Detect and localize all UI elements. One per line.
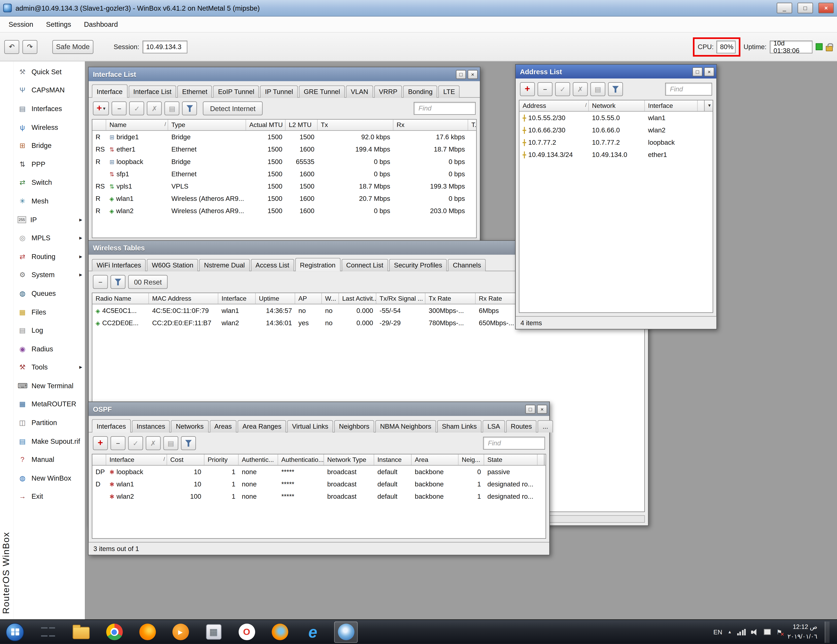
column-header[interactable]: Network [589, 100, 645, 111]
clock[interactable]: 12:12 ص ٢٠١٩/٠١/٠٦ [788, 623, 817, 641]
tab-lsa[interactable]: LSA [483, 420, 505, 432]
sidebar-item-wireless[interactable]: ψWireless [13, 118, 85, 136]
sidebar-item-partition[interactable]: ◫Partition [13, 413, 85, 432]
tab-virtual-links[interactable]: Virtual Links [287, 420, 333, 432]
column-header[interactable]: Interface [218, 293, 256, 304]
table-row[interactable]: R⊞loopbackBridge1500655350 bps0 bps [92, 155, 476, 168]
tab-w60g-station[interactable]: W60G Station [147, 259, 198, 271]
table-row[interactable]: RS⇅ether1Ethernet15001600199.4 Mbps18.7 … [92, 143, 476, 155]
column-header[interactable]: T... [468, 120, 477, 130]
sidebar-item-new-terminal[interactable]: ⌨New Terminal [13, 376, 85, 395]
network-signal-icon[interactable] [737, 629, 746, 635]
column-header[interactable]: W... [322, 293, 339, 304]
remove-button[interactable]: − [110, 436, 125, 450]
tab-ip-tunnel[interactable]: IP Tunnel [260, 85, 298, 98]
column-header[interactable]: Actual MTU [246, 120, 286, 130]
chrome-icon[interactable] [102, 621, 126, 642]
column-header[interactable]: Authenticatio... [278, 454, 324, 465]
column-header[interactable]: Authentic... [239, 454, 278, 465]
table-row[interactable]: ╋10.49.134.3/2410.49.134.0ether1 [519, 148, 712, 161]
column-header[interactable]: Name/ [106, 120, 168, 130]
comment-button[interactable]: ▤ [590, 82, 605, 96]
explorer-icon[interactable] [69, 621, 93, 642]
table-row[interactable]: R◈wlan1Wireless (Atheros AR9...150016002… [92, 192, 476, 204]
winbox-taskbar-icon[interactable] [334, 621, 358, 642]
remove-button[interactable]: − [538, 82, 553, 96]
minimize-button[interactable]: _ [776, 3, 792, 13]
add-button[interactable]: + [93, 436, 108, 450]
find-input[interactable]: Find [483, 437, 545, 450]
filter-button[interactable] [110, 275, 125, 289]
column-header[interactable]: MAC Address [149, 293, 218, 304]
menu-settings[interactable]: Settings [39, 17, 77, 31]
firefox-icon[interactable] [136, 621, 159, 642]
column-header[interactable]: State [484, 454, 537, 465]
remove-button[interactable]: − [93, 275, 108, 289]
column-select-dropdown[interactable]: ▼ [704, 100, 713, 111]
sidebar-item-switch[interactable]: ⇄Switch [13, 173, 85, 192]
column-header[interactable]: Tx [318, 120, 394, 130]
column-header[interactable]: Cost [167, 454, 204, 465]
column-header[interactable]: Address/ [519, 100, 589, 111]
main-titlebar[interactable]: admin@10.49.134.3 (Slave1-gozler3) - Win… [0, 0, 837, 16]
tray-app-icon[interactable] [764, 629, 771, 635]
tab-access-list[interactable]: Access List [251, 259, 294, 271]
tab-sham-links[interactable]: Sham Links [437, 420, 481, 432]
sidebar-item-ip[interactable]: 255IP▸ [13, 210, 85, 229]
table-row[interactable]: ╋10.5.55.2/3010.5.55.0wlan1 [519, 112, 712, 124]
tab-nbma-neighbors[interactable]: NBMA Neighbors [375, 420, 436, 432]
sidebar-item-tools[interactable]: ⚒Tools▸ [13, 358, 85, 376]
column-header[interactable]: Radio Name [92, 293, 149, 304]
column-header[interactable]: Uptime [256, 293, 295, 304]
column-header[interactable]: Instance [374, 454, 412, 465]
tab-neighbors[interactable]: Neighbors [334, 420, 374, 432]
column-header[interactable]: AP [295, 293, 322, 304]
ospf-window[interactable]: OSPF □ × InterfacesInstancesNetworksArea… [88, 401, 550, 555]
remove-button[interactable]: − [112, 102, 127, 115]
restore-button[interactable]: □ [525, 404, 535, 414]
redo-button[interactable]: ↷ [22, 40, 37, 54]
disable-button[interactable]: ✗ [146, 436, 161, 450]
address-list-window[interactable]: Address List □ × + − ✓ ✗ ▤ Find Address/… [515, 64, 717, 329]
media-player-icon[interactable]: ▸ [169, 621, 192, 642]
tab-eoip-tunnel[interactable]: EoIP Tunnel [213, 85, 259, 98]
menu-dashboard[interactable]: Dashboard [77, 17, 124, 31]
tab-networks[interactable]: Networks [171, 420, 208, 432]
column-header[interactable]: Rx [393, 120, 468, 130]
sidebar-item-log[interactable]: ▤Log [13, 321, 85, 340]
disable-button[interactable]: ✗ [573, 82, 588, 96]
column-header[interactable]: Tx/Rx Signal ... [376, 293, 425, 304]
tab-vrrp[interactable]: VRRP [374, 85, 402, 98]
session-field[interactable]: 10.49.134.3 [143, 40, 187, 53]
tab-gre-tunnel[interactable]: GRE Tunnel [299, 85, 345, 98]
sidebar-item-radius[interactable]: ◉Radius [13, 340, 85, 358]
calculator-icon[interactable]: ▦ [202, 621, 225, 642]
sidebar-item-interfaces[interactable]: ▤Interfaces [13, 99, 85, 118]
start-button[interactable] [3, 621, 27, 642]
column-select-dropdown[interactable]: ▼ [544, 454, 546, 465]
close-button[interactable]: × [818, 3, 834, 13]
volume-icon[interactable] [751, 629, 759, 635]
disable-button[interactable]: ✗ [147, 102, 162, 115]
tab-ethernet[interactable]: Ethernet [177, 85, 212, 98]
filter-button[interactable] [181, 436, 196, 450]
comment-button[interactable]: ▤ [163, 436, 178, 450]
find-input[interactable]: Find [414, 102, 476, 115]
table-row[interactable]: DP✱loopback101none*****broadcastdefaultb… [92, 466, 545, 478]
show-desktop-button[interactable] [825, 621, 830, 642]
comment-button[interactable]: ▤ [164, 102, 179, 115]
enable-button[interactable]: ✓ [555, 82, 570, 96]
ie-icon[interactable]: e [301, 621, 325, 642]
filter-button[interactable] [608, 82, 623, 96]
table-row[interactable]: R⊞bridge1Bridge1500150092.0 kbps17.6 kbp… [92, 131, 476, 143]
sidebar-item-new-winbox[interactable]: ◍New WinBox [13, 469, 85, 488]
address-list-titlebar[interactable]: Address List □ × [516, 65, 717, 79]
quick-launch-toolbar[interactable] [36, 621, 60, 642]
column-header[interactable]: Neig... [458, 454, 484, 465]
sidebar-item-mpls[interactable]: ◎MPLS▸ [13, 228, 85, 247]
column-header[interactable]: Interface/ [106, 454, 167, 465]
interface-list-window[interactable]: Interface List □ × InterfaceInterface Li… [88, 67, 481, 242]
column-header[interactable] [92, 454, 106, 465]
interface-list-titlebar[interactable]: Interface List □ × [89, 67, 480, 81]
column-header[interactable]: L2 MTU [286, 120, 317, 130]
